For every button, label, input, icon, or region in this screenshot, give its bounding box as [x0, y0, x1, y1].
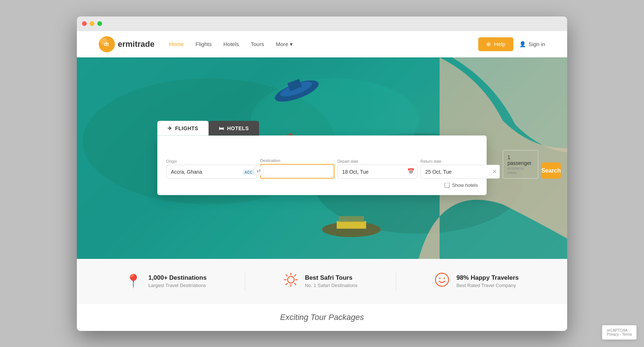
search-fields: Origin ACC ⇄ Destination Depart da [166, 144, 478, 179]
sign-in-label: Sign in [528, 41, 545, 47]
passenger-value: 1 passenger economy class [508, 154, 531, 175]
depart-field: Depart date 📅 [337, 159, 418, 179]
return-field: Return date ✕ [420, 159, 500, 179]
passenger-field: ​ 1 passenger economy class ▾ [503, 144, 538, 179]
svg-line-24 [295, 283, 296, 285]
stat-tours-title: Best Safri Tours [305, 274, 357, 282]
show-hotels-row: Show hotels [166, 182, 478, 188]
stat-destinations-title: 1,000+ Destinations [148, 274, 206, 282]
stat-destinations-text: 1,000+ Destinations Largest Travel Desti… [148, 274, 206, 288]
show-hotels-label: Show hotels [452, 182, 478, 188]
depart-label: Depart date [337, 159, 418, 163]
user-icon: 👤 [519, 41, 526, 48]
location-icon: 📍 [125, 274, 142, 289]
svg-point-28 [439, 278, 441, 279]
flight-icon: ✈ [168, 125, 172, 131]
stat-divider-1 [245, 272, 245, 290]
chevron-down-icon: ▾ [531, 162, 533, 167]
help-button[interactable]: ⊕ Help [478, 37, 513, 51]
smiley-icon [434, 272, 450, 291]
logo-icon: dt [99, 36, 115, 52]
exciting-section: Exciting Tour Packages [77, 304, 567, 331]
svg-rect-14 [337, 221, 366, 229]
destination-label: Destination [260, 158, 334, 163]
svg-line-23 [286, 275, 287, 276]
svg-point-29 [443, 278, 445, 279]
title-bar [77, 16, 567, 31]
help-label: Help [494, 41, 505, 47]
logo-text: ermitrade [118, 39, 154, 49]
passenger-class: economy class [508, 166, 531, 175]
origin-field: Origin ACC ⇄ [166, 159, 257, 179]
calendar-icon: 📅 [407, 168, 415, 175]
svg-line-25 [295, 275, 296, 276]
stats-strip: 📍 1,000+ Destinations Largest Travel Des… [77, 259, 567, 304]
svg-text:dt: dt [104, 41, 109, 47]
exciting-heading: Exciting Tour Packages [280, 313, 364, 322]
page-content: dt ermitrade Home Flights Hotels Tours M… [77, 31, 567, 331]
hero-section: ✈ FLIGHTS 🛏 HOTELS Origin [77, 57, 567, 259]
nav-more[interactable]: More ▾ [276, 41, 293, 48]
stat-destinations-subtitle: Largest Travel Destinations [148, 283, 206, 288]
return-input[interactable] [420, 165, 500, 179]
origin-label: Origin [166, 159, 257, 163]
nav-home[interactable]: Home [169, 41, 184, 47]
recaptcha-badge: reCAPTCHAPrivacy - Terms [602, 325, 637, 340]
nav-flights[interactable]: Flights [195, 41, 211, 47]
maximize-button[interactable] [97, 21, 102, 26]
stat-travelers-text: 98% Happy Travelers Best Rated Travel Co… [456, 274, 518, 288]
destination-field: Destination [260, 158, 334, 179]
stat-travelers-subtitle: Best Rated Travel Company [456, 283, 518, 288]
depart-input[interactable] [337, 165, 418, 179]
minimize-button[interactable] [90, 21, 94, 26]
stat-travelers-title: 98% Happy Travelers [456, 274, 518, 282]
stat-tours-text: Best Safri Tours No. 1 Safari Destinatio… [305, 274, 357, 288]
svg-point-27 [435, 273, 449, 286]
svg-line-26 [286, 283, 287, 285]
search-box: Origin ACC ⇄ Destination Depart da [157, 136, 487, 195]
sign-in-link[interactable]: 👤 Sign in [519, 41, 545, 48]
passenger-select[interactable]: 1 passenger economy class ▾ [503, 150, 538, 179]
stat-destinations: 📍 1,000+ Destinations Largest Travel Des… [125, 274, 206, 289]
svg-rect-15 [339, 216, 364, 222]
browser-window: dt ermitrade Home Flights Hotels Tours M… [77, 16, 567, 331]
close-button[interactable] [82, 21, 87, 26]
recaptcha-text: reCAPTCHAPrivacy - Terms [607, 328, 632, 336]
nav-tours[interactable]: Tours [251, 41, 264, 47]
sun-icon [284, 272, 298, 290]
return-label: Return date [420, 159, 500, 163]
destination-input[interactable] [260, 164, 334, 179]
tab-flights[interactable]: ✈ FLIGHTS [157, 121, 209, 136]
tab-flights-label: FLIGHTS [175, 125, 198, 131]
tab-group: ✈ FLIGHTS 🛏 HOTELS [157, 121, 487, 136]
logo[interactable]: dt ermitrade [99, 36, 154, 52]
search-button[interactable]: Search [541, 163, 561, 179]
search-container: ✈ FLIGHTS 🛏 HOTELS Origin [157, 121, 487, 195]
stat-travelers: 98% Happy Travelers Best Rated Travel Co… [434, 272, 518, 291]
nav-links: Home Flights Hotels Tours More ▾ [169, 41, 293, 48]
show-hotels-checkbox[interactable] [445, 182, 450, 188]
tab-hotels-label: HOTELS [227, 125, 249, 131]
nav-hotels[interactable]: Hotels [223, 41, 239, 47]
passenger-count: 1 passenger [508, 154, 531, 166]
tab-hotels[interactable]: 🛏 HOTELS [209, 121, 259, 136]
svg-point-18 [288, 276, 294, 283]
nav-left: dt ermitrade Home Flights Hotels Tours M… [99, 36, 293, 52]
stat-divider-2 [396, 272, 396, 290]
navbar: dt ermitrade Home Flights Hotels Tours M… [77, 31, 567, 57]
nav-right: ⊕ Help 👤 Sign in [478, 37, 545, 51]
stat-tours-subtitle: No. 1 Safari Destinations [305, 283, 357, 288]
passenger-label: ​ [503, 144, 538, 149]
clear-return-button[interactable]: ✕ [492, 168, 497, 175]
origin-badge: ACC [243, 170, 254, 175]
help-icon: ⊕ [486, 41, 491, 48]
hotel-icon: 🛏 [219, 125, 224, 131]
swap-button[interactable]: ⇄ [254, 166, 264, 176]
stat-tours: Best Safri Tours No. 1 Safari Destinatio… [284, 272, 357, 290]
